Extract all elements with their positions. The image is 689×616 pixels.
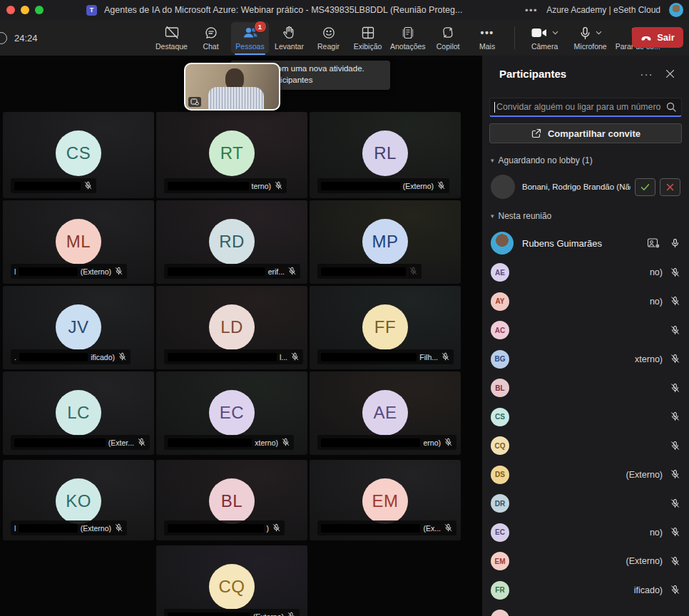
deny-button[interactable] xyxy=(660,178,680,196)
meeting-section-header[interactable]: ▾ Nesta reunião xyxy=(491,211,689,221)
exibicao-button[interactable]: Exibição xyxy=(349,22,387,53)
participant-row-fr[interactable]: FRificado) xyxy=(482,576,689,605)
mais-button[interactable]: •••Mais xyxy=(469,22,506,53)
mic-muted-icon xyxy=(670,267,680,278)
minimize-window-button[interactable] xyxy=(21,6,29,14)
redacted-name xyxy=(321,524,420,533)
participant-tile-ec[interactable]: ECxterno) xyxy=(156,371,307,455)
account-avatar[interactable] xyxy=(669,3,683,17)
name-fragment: (Externo) xyxy=(81,267,111,276)
mic-on-icon[interactable] xyxy=(670,238,680,249)
name-fragment: no) xyxy=(650,528,663,538)
redacted-name xyxy=(19,267,77,276)
avatar: LD xyxy=(209,304,255,350)
participant-tile-ld[interactable]: LDl... xyxy=(156,286,307,369)
self-view-thumbnail[interactable] xyxy=(184,63,280,111)
pessoas-button[interactable]: 1Pessoas xyxy=(231,22,269,53)
admit-button[interactable] xyxy=(635,178,655,196)
participant-tile-ko[interactable]: KOl(Externo) xyxy=(3,460,154,540)
chat-button[interactable]: Chat xyxy=(192,22,230,53)
participant-tile-rl[interactable]: RL(Externo) xyxy=(310,112,461,198)
mic-muted-icon xyxy=(137,438,146,447)
participant-row-partial[interactable] xyxy=(482,605,689,616)
account-name[interactable]: Azure Academy | eSeth Cloud xyxy=(546,5,660,15)
participant-tile-rd[interactable]: RDerif... xyxy=(156,200,307,284)
copilot-button[interactable]: Copilot xyxy=(429,22,467,53)
avatar: EC xyxy=(209,390,255,436)
participant-tile-rt[interactable]: RTterno) xyxy=(156,112,307,198)
timer-value: 24:24 xyxy=(14,33,38,43)
participant-row-bl[interactable]: BL xyxy=(482,374,689,403)
participant-tile-ml[interactable]: MLl(Externo) xyxy=(3,200,154,284)
meeting-header-label: Nesta reunião xyxy=(499,211,552,221)
mic-muted-icon xyxy=(118,352,127,361)
participant-tile-mp[interactable]: MP xyxy=(310,200,461,284)
lobby-person-row[interactable]: Bonani, Rodrigo Brandão (Não... xyxy=(491,175,680,199)
name-fragment: no) xyxy=(650,267,663,277)
avatar: RT xyxy=(209,130,255,176)
search-icon[interactable] xyxy=(665,101,677,113)
mic-muted-icon xyxy=(444,438,453,447)
participant-row-em[interactable]: EM(Externo) xyxy=(482,547,689,576)
panel-title: Participantes xyxy=(499,68,640,80)
titlebar-more-icon[interactable]: ••• xyxy=(525,5,538,16)
destaque-button[interactable]: Destaque xyxy=(153,22,190,53)
participant-row-host[interactable]: Rubens Guimarães xyxy=(491,232,680,255)
lobby-header-label: Aguardando no lobby (1) xyxy=(499,155,593,165)
video-stage: CSRTterno)RL(Externo)MLl(Externo)RDerif.… xyxy=(0,56,482,616)
participant-tile-ae[interactable]: AEerno) xyxy=(310,371,461,455)
participant-tile-ff[interactable]: FFFilh... xyxy=(310,286,461,369)
name-fragment: (Externo) xyxy=(403,182,434,190)
participant-row-dr[interactable]: DR xyxy=(482,489,689,518)
anotacoes-button[interactable]: Anotações xyxy=(388,22,428,53)
close-window-button[interactable] xyxy=(6,6,15,14)
participant-tile-lc[interactable]: LC(Exter... xyxy=(3,371,154,455)
maximize-window-button[interactable] xyxy=(35,6,44,14)
name-fragment: xterno) xyxy=(635,354,663,364)
participant-row-ay[interactable]: AYno) xyxy=(482,287,689,317)
participant-row-ds[interactable]: DS(Externo) xyxy=(482,461,689,490)
participant-row-ac[interactable]: AC xyxy=(482,316,689,345)
participant-row-ae[interactable]: AEno) xyxy=(482,258,689,287)
participant-row-cs[interactable]: CS xyxy=(482,403,689,432)
name-fragment: (Ex... xyxy=(423,524,441,533)
chat-icon xyxy=(204,24,218,41)
participant-row-cq[interactable]: CQ xyxy=(482,431,689,461)
view-icon xyxy=(361,24,375,41)
camera-button[interactable]: Câmera xyxy=(523,22,567,53)
chevron-down-icon[interactable] xyxy=(596,31,602,35)
leave-button[interactable]: Sair xyxy=(632,27,683,48)
participant-tile-cs[interactable]: CS xyxy=(3,112,154,198)
window-titlebar: T Agentes de IA do Microsoft Azure: Webi… xyxy=(0,0,689,20)
participant-tile-bl[interactable]: BL) xyxy=(156,460,307,540)
avatar: DR xyxy=(491,494,509,513)
levantar-button[interactable]: Levantar xyxy=(270,22,308,53)
participant-row-bg[interactable]: BGxterno) xyxy=(482,345,689,374)
lobby-section-header[interactable]: ▾ Aguardando no lobby (1) xyxy=(491,155,689,165)
avatar: FR xyxy=(491,581,509,600)
mic-muted-icon xyxy=(670,469,680,480)
toolbar-button-label: Anotações xyxy=(390,42,426,51)
participant-tile-jv[interactable]: JV.ificado) xyxy=(3,286,154,369)
participant-row-ec[interactable]: ECno) xyxy=(482,518,689,548)
avatar: JV xyxy=(56,304,101,350)
reagir-button[interactable]: Reagir xyxy=(310,22,347,53)
mic-muted-icon xyxy=(274,181,283,190)
invite-search-input[interactable] xyxy=(489,98,682,117)
chevron-down-icon[interactable] xyxy=(552,31,558,35)
panel-more-icon[interactable]: ··· xyxy=(640,68,654,80)
participant-tile-cq[interactable]: CQ(Externo) xyxy=(156,545,307,616)
microphone-button[interactable]: Microfone xyxy=(568,22,613,53)
participant-name-label: terno) xyxy=(164,178,287,193)
chevron-down-icon: ▾ xyxy=(491,157,494,164)
participant-name-label: .ificado) xyxy=(11,349,131,364)
toolbar-button-label: Destaque xyxy=(155,42,188,51)
video-effects-icon[interactable] xyxy=(647,237,660,249)
close-panel-icon[interactable] xyxy=(665,69,675,78)
self-view-shirt xyxy=(208,87,264,111)
toolbar-button-label: Copilot xyxy=(437,42,460,51)
share-invite-button[interactable]: Compartilhar convite xyxy=(489,123,682,143)
toolbar-button-label: Mais xyxy=(479,42,495,51)
avatar: KO xyxy=(56,478,101,524)
participant-tile-em[interactable]: EM(Ex... xyxy=(310,460,461,540)
